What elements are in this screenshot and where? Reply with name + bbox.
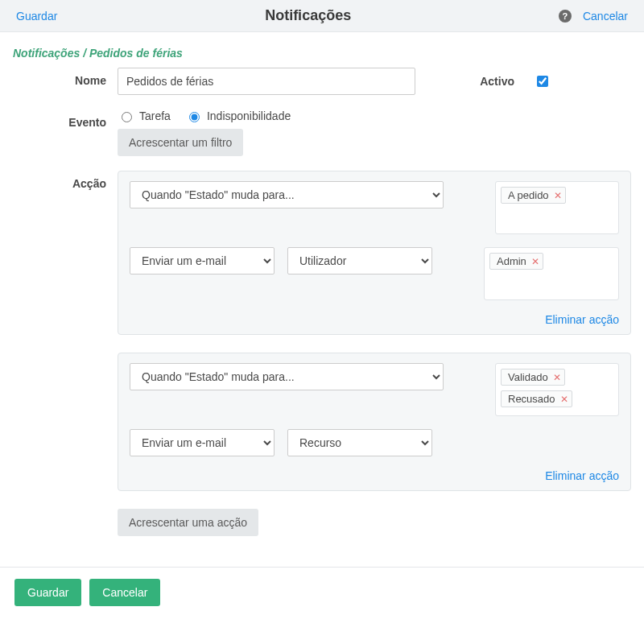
token-label: A pedido <box>508 189 549 201</box>
action1-do-row: Enviar um e-mail Utilizador Admin ✕ <box>130 247 619 300</box>
action2-condition-select[interactable]: Quando "Estado" muda para... <box>130 363 444 390</box>
delete-action-1[interactable]: Eliminar acção <box>545 313 619 326</box>
content: Nome Activo Evento Tarefa Indispo <box>0 68 644 567</box>
label-action: Acção <box>13 171 118 190</box>
add-action-button[interactable]: Acrescentar uma acção <box>118 509 258 536</box>
topbar: Guardar Notificações ? Cancelar <box>0 0 644 32</box>
action1-target-select[interactable]: Utilizador <box>287 247 432 275</box>
action1-target-tokens[interactable]: Admin ✕ <box>484 247 619 300</box>
token-validado: Validado ✕ <box>501 369 565 386</box>
event-radio-group: Tarefa Indisponibilidade <box>118 109 631 122</box>
token-admin: Admin ✕ <box>489 253 543 270</box>
radio-unavailability[interactable] <box>189 112 200 122</box>
page-title: Notificações <box>265 7 351 24</box>
label-name: Nome <box>13 68 118 87</box>
label-active: Activo <box>480 75 514 88</box>
footer-bar: Guardar Cancelar <box>0 567 644 625</box>
action2-condition-row: Quando "Estado" muda para... Validado ✕ … <box>130 363 619 416</box>
action1-state-tokens[interactable]: A pedido ✕ <box>495 181 619 234</box>
row-action: Acção Quando "Estado" muda para... A ped… <box>13 171 631 536</box>
topbar-save-link[interactable]: Guardar <box>16 10 57 23</box>
action2-footer: Eliminar acção <box>130 469 619 482</box>
topbar-right: ? Cancelar <box>559 10 628 23</box>
field-event: Tarefa Indisponibilidade Acrescentar um … <box>118 109 631 156</box>
event-option-unavailability[interactable]: Indisponibilidade <box>185 109 291 122</box>
help-icon[interactable]: ? <box>559 10 572 23</box>
token-remove-icon[interactable]: ✕ <box>553 373 561 382</box>
field-action: Quando "Estado" muda para... A pedido ✕ … <box>118 171 631 536</box>
row-event: Evento Tarefa Indisponibilidade Acrescen… <box>13 109 631 156</box>
topbar-cancel-link[interactable]: Cancelar <box>583 10 628 23</box>
add-filter-button[interactable]: Acrescentar um filtro <box>118 129 243 156</box>
breadcrumb: Notificações / Pedidos de férias <box>0 32 644 68</box>
row-name: Nome Activo <box>13 68 631 95</box>
delete-action-2[interactable]: Eliminar acção <box>545 469 619 482</box>
name-active-row: Activo <box>118 68 631 95</box>
label-event: Evento <box>13 109 118 129</box>
token-label: Recusado <box>508 393 555 405</box>
action1-condition-select[interactable]: Quando "Estado" muda para... <box>130 181 444 208</box>
action-card-2: Quando "Estado" muda para... Validado ✕ … <box>118 353 631 491</box>
token-remove-icon[interactable]: ✕ <box>560 394 568 404</box>
footer-cancel-button[interactable]: Cancelar <box>89 579 160 606</box>
active-checkbox[interactable] <box>537 76 548 87</box>
token-label: Admin <box>497 255 526 267</box>
action2-do-row: Enviar um e-mail Recurso <box>130 429 619 456</box>
action-card-1: Quando "Estado" muda para... A pedido ✕ … <box>118 171 631 335</box>
active-wrap: Activo <box>480 73 631 89</box>
radio-task-label: Tarefa <box>139 109 171 122</box>
token-recusado: Recusado ✕ <box>501 390 572 407</box>
action1-footer: Eliminar acção <box>130 313 619 326</box>
token-label: Validado <box>508 371 548 383</box>
event-option-task[interactable]: Tarefa <box>118 109 171 122</box>
radio-unavailability-label: Indisponibilidade <box>207 109 291 122</box>
radio-task[interactable] <box>122 112 132 122</box>
action2-state-tokens[interactable]: Validado ✕ Recusado ✕ <box>495 363 619 416</box>
action2-target-select[interactable]: Recurso <box>287 429 432 456</box>
action1-do-select[interactable]: Enviar um e-mail <box>130 247 275 275</box>
action1-condition-row: Quando "Estado" muda para... A pedido ✕ <box>130 181 619 234</box>
name-input[interactable] <box>118 68 415 95</box>
action2-do-select[interactable]: Enviar um e-mail <box>130 429 275 456</box>
token-remove-icon[interactable]: ✕ <box>554 191 562 200</box>
footer-save-button[interactable]: Guardar <box>14 579 81 606</box>
token-a-pedido: A pedido ✕ <box>501 187 566 204</box>
token-remove-icon[interactable]: ✕ <box>531 257 539 266</box>
field-name: Activo <box>118 68 631 95</box>
